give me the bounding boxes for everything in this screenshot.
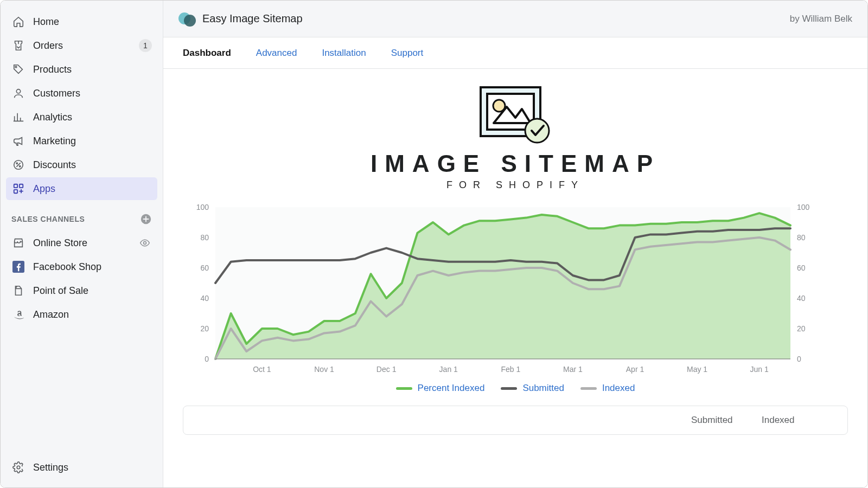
svg-point-3 bbox=[16, 163, 17, 164]
col-submitted: Submitted bbox=[691, 415, 762, 426]
svg-text:20: 20 bbox=[200, 324, 209, 333]
app-title: Easy Image Sitemap bbox=[202, 12, 303, 25]
app-logo-icon bbox=[178, 10, 196, 28]
channel-item-amazon[interactable]: Amazon bbox=[6, 303, 157, 326]
sidebar-item-home[interactable]: Home bbox=[6, 10, 157, 33]
byline: by William Belk bbox=[790, 14, 852, 24]
svg-text:100: 100 bbox=[797, 203, 810, 211]
channel-item-point-of-sale[interactable]: Point of Sale bbox=[6, 279, 157, 302]
sidebar-item-label: Orders bbox=[33, 40, 63, 52]
svg-rect-7 bbox=[14, 190, 17, 193]
legend-indexed[interactable]: Indexed bbox=[580, 383, 635, 394]
tab-installation[interactable]: Installation bbox=[322, 48, 366, 59]
main: Easy Image Sitemap by William Belk Dashb… bbox=[163, 1, 867, 487]
sidebar-item-settings[interactable]: Settings bbox=[6, 456, 157, 479]
home-icon bbox=[11, 15, 25, 29]
add-channel-icon[interactable] bbox=[140, 213, 152, 225]
svg-text:Jun 1: Jun 1 bbox=[750, 365, 769, 374]
channel-item-facebook-shop[interactable]: Facebook Shop bbox=[6, 255, 157, 278]
channel-item-label: Online Store bbox=[33, 237, 87, 249]
sidebar-item-label: Discounts bbox=[33, 159, 76, 171]
pos-icon bbox=[11, 284, 25, 298]
svg-text:Dec 1: Dec 1 bbox=[376, 365, 397, 374]
svg-text:Nov 1: Nov 1 bbox=[314, 365, 334, 374]
eye-icon[interactable] bbox=[138, 236, 152, 250]
sidebar-item-apps[interactable]: Apps bbox=[6, 177, 157, 200]
channel-item-label: Amazon bbox=[33, 309, 69, 320]
svg-text:20: 20 bbox=[797, 324, 806, 333]
topbar: Easy Image Sitemap by William Belk bbox=[163, 1, 867, 37]
svg-text:0: 0 bbox=[797, 355, 801, 363]
marketing-icon bbox=[11, 134, 25, 148]
svg-text:Oct 1: Oct 1 bbox=[253, 365, 271, 374]
svg-text:Mar 1: Mar 1 bbox=[563, 365, 583, 374]
facebook-icon bbox=[11, 260, 25, 274]
orders-icon bbox=[11, 38, 25, 53]
svg-point-11 bbox=[17, 466, 20, 469]
image-sitemap-logo-icon bbox=[477, 84, 553, 144]
svg-text:Apr 1: Apr 1 bbox=[626, 365, 644, 374]
legend-submitted[interactable]: Submitted bbox=[501, 383, 564, 394]
gear-icon bbox=[11, 460, 25, 474]
sidebar-item-marketing[interactable]: Marketing bbox=[6, 130, 157, 152]
hero-subtitle: FOR SHOPIFY bbox=[446, 179, 584, 191]
sales-channels-heading: SALES CHANNELS bbox=[11, 215, 85, 223]
svg-text:0: 0 bbox=[205, 355, 209, 363]
sidebar: HomeOrders1ProductsCustomersAnalyticsMar… bbox=[1, 1, 163, 487]
svg-point-9 bbox=[144, 242, 146, 245]
channel-item-online-store[interactable]: Online Store bbox=[6, 232, 157, 254]
svg-text:May 1: May 1 bbox=[687, 365, 707, 374]
svg-point-4 bbox=[20, 166, 21, 167]
sidebar-item-label: Analytics bbox=[33, 112, 72, 123]
svg-point-15 bbox=[525, 119, 549, 143]
nav-badge: 1 bbox=[139, 39, 152, 52]
svg-text:Feb 1: Feb 1 bbox=[501, 365, 520, 374]
svg-text:100: 100 bbox=[196, 203, 209, 211]
sidebar-item-label: Home bbox=[33, 16, 59, 28]
tab-advanced[interactable]: Advanced bbox=[256, 48, 297, 59]
sidebar-item-analytics[interactable]: Analytics bbox=[6, 106, 157, 129]
svg-point-1 bbox=[16, 89, 20, 93]
svg-text:40: 40 bbox=[200, 294, 209, 303]
sidebar-item-orders[interactable]: Orders1 bbox=[6, 34, 157, 57]
svg-text:80: 80 bbox=[797, 233, 806, 242]
amazon-icon bbox=[11, 307, 25, 322]
summary-card: Submitted Indexed bbox=[183, 406, 848, 435]
svg-text:Jan 1: Jan 1 bbox=[439, 365, 458, 374]
sidebar-item-label: Apps bbox=[33, 183, 55, 195]
svg-text:60: 60 bbox=[200, 264, 209, 272]
discounts-icon bbox=[11, 158, 25, 172]
sitemap-chart: 020406080100020406080100Oct 1Nov 1Dec 1J… bbox=[183, 202, 823, 375]
legend-percent-indexed[interactable]: Percent Indexed bbox=[396, 383, 485, 394]
sidebar-item-discounts[interactable]: Discounts bbox=[6, 153, 157, 176]
sidebar-item-customers[interactable]: Customers bbox=[6, 82, 157, 105]
col-indexed: Indexed bbox=[762, 415, 832, 426]
channel-item-label: Point of Sale bbox=[33, 285, 88, 297]
apps-icon bbox=[11, 182, 25, 196]
svg-rect-5 bbox=[14, 184, 17, 188]
settings-label: Settings bbox=[33, 462, 68, 473]
store-icon bbox=[11, 236, 25, 250]
svg-text:60: 60 bbox=[797, 264, 806, 272]
sidebar-item-products[interactable]: Products bbox=[6, 58, 157, 81]
hero-title: IMAGE SITEMAP bbox=[371, 150, 660, 177]
sidebar-item-label: Products bbox=[33, 64, 72, 75]
products-icon bbox=[11, 62, 25, 76]
svg-text:80: 80 bbox=[200, 233, 209, 242]
sidebar-item-label: Marketing bbox=[33, 136, 76, 147]
tab-support[interactable]: Support bbox=[391, 48, 424, 59]
tabs: DashboardAdvancedInstallationSupport bbox=[163, 37, 867, 69]
svg-rect-6 bbox=[20, 184, 23, 188]
sidebar-item-label: Customers bbox=[33, 88, 80, 99]
channel-item-label: Facebook Shop bbox=[33, 261, 101, 273]
tab-dashboard[interactable]: Dashboard bbox=[183, 48, 231, 59]
analytics-icon bbox=[11, 110, 25, 124]
customers-icon bbox=[11, 86, 25, 100]
svg-text:40: 40 bbox=[797, 294, 806, 303]
svg-point-0 bbox=[15, 66, 17, 68]
